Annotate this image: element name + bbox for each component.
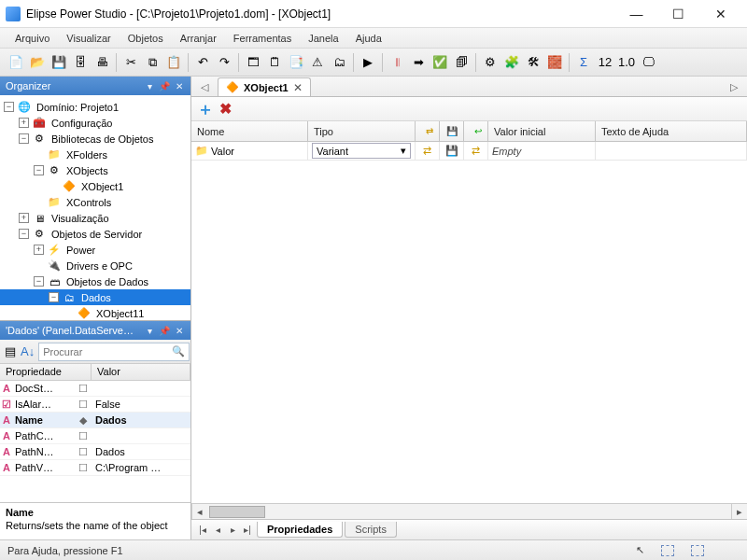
- export-icon[interactable]: ➡: [408, 52, 429, 73]
- save-icon[interactable]: 💾: [49, 52, 69, 73]
- categorize-icon[interactable]: ▤: [4, 342, 17, 362]
- cell-save[interactable]: 💾: [440, 142, 464, 160]
- properties-grid[interactable]: Propriedade Valor ADocSt…☐☑IsAlar…☐False…: [0, 364, 190, 502]
- horizontal-scrollbar[interactable]: ◂ ▸: [191, 503, 747, 519]
- stop-icon[interactable]: ⦀: [387, 52, 407, 73]
- menu-arquivo[interactable]: Arquivo: [7, 31, 57, 46]
- tree-config[interactable]: + 🧰 Configuração: [0, 115, 190, 131]
- collapse-icon[interactable]: −: [19, 229, 29, 239]
- property-link-icon[interactable]: ☐: [75, 383, 92, 395]
- property-row[interactable]: AName◆Dados: [0, 413, 190, 428]
- print-icon[interactable]: 🖶: [92, 52, 112, 73]
- tree-objdados[interactable]: − 🗃 Objetos de Dados: [0, 273, 190, 289]
- paste-icon[interactable]: 📋: [163, 52, 184, 73]
- menu-visualizar[interactable]: Visualizar: [59, 31, 119, 46]
- panel-close-icon[interactable]: ✕: [174, 326, 185, 336]
- menu-janela[interactable]: Janela: [301, 31, 345, 46]
- col-valor-inicial[interactable]: Valor inicial: [488, 121, 596, 141]
- nav-next-icon[interactable]: ▸: [225, 525, 240, 535]
- tool1-icon[interactable]: 🗔: [243, 52, 263, 73]
- scroll-thumb[interactable]: [209, 506, 265, 518]
- nav-prev-icon[interactable]: ◂: [210, 525, 225, 535]
- search-input[interactable]: [43, 346, 172, 357]
- cut-icon[interactable]: ✂: [120, 52, 141, 73]
- tool4-icon[interactable]: 🗂: [329, 52, 349, 73]
- property-link-icon[interactable]: ◆: [75, 414, 92, 427]
- col-link2[interactable]: ↩: [464, 121, 488, 141]
- search-icon[interactable]: 🔍: [172, 345, 185, 357]
- tool8-icon[interactable]: 🧱: [544, 52, 565, 73]
- number-icon[interactable]: 12: [595, 52, 615, 73]
- col-link1[interactable]: ⇄: [416, 121, 440, 141]
- tab-propriedades[interactable]: Propriedades: [257, 522, 343, 538]
- tab-scripts[interactable]: Scripts: [345, 522, 397, 538]
- nav-first-icon[interactable]: |◂: [195, 525, 210, 535]
- cell-link1[interactable]: ⇄: [416, 142, 440, 160]
- tree-xcontrols[interactable]: 📁 XControls: [0, 194, 190, 210]
- organizer-tree[interactable]: − 🌐 Domínio: Projeto1 + 🧰 Configuração −…: [0, 95, 190, 320]
- scroll-track[interactable]: [207, 504, 731, 519]
- panel-menu-icon[interactable]: ▾: [144, 81, 155, 91]
- panel-pin-icon[interactable]: 📌: [159, 326, 170, 336]
- redo-icon[interactable]: ↷: [214, 52, 234, 73]
- tree-xobject11[interactable]: 🔶 XObject11: [0, 305, 190, 320]
- menu-ajuda[interactable]: Ajuda: [348, 31, 389, 46]
- tree-objserv[interactable]: − ⚙ Objetos de Servidor: [0, 226, 190, 242]
- col-propriedade[interactable]: Propriedade: [0, 364, 92, 380]
- tree-xobjects[interactable]: − ⚙ XObjects: [0, 162, 190, 178]
- save-all-icon[interactable]: 🗄: [70, 52, 91, 73]
- tab-xobject1[interactable]: 🔶 XObject1 ✕: [218, 77, 311, 96]
- property-row[interactable]: ☑IsAlar…☐False: [0, 397, 190, 413]
- tree-dados[interactable]: − 🗂 Dados: [0, 289, 190, 305]
- property-link-icon[interactable]: ☐: [75, 462, 92, 474]
- tree-xfolders[interactable]: 📁 XFolders: [0, 147, 190, 162]
- cell-nome[interactable]: 📁 Valor: [191, 142, 308, 160]
- maximize-button[interactable]: ☐: [657, 0, 699, 28]
- col-valor[interactable]: Valor: [92, 364, 190, 380]
- tab-prev-icon[interactable]: ◁: [197, 81, 212, 96]
- tree-bibobj[interactable]: − ⚙ Bibliotecas de Objetos: [0, 131, 190, 147]
- cell-valor-inicial[interactable]: Empty: [488, 142, 596, 160]
- run-icon[interactable]: ▶: [358, 52, 378, 73]
- property-row[interactable]: ADocSt…☐: [0, 381, 190, 397]
- undo-icon[interactable]: ↶: [192, 52, 213, 73]
- panel-close-icon[interactable]: ✕: [174, 81, 185, 91]
- cell-texto-ajuda[interactable]: [596, 142, 747, 160]
- new-icon[interactable]: 📄: [6, 52, 26, 73]
- property-row[interactable]: APathN…☐Dados: [0, 444, 190, 460]
- open-icon[interactable]: 📂: [27, 52, 48, 73]
- col-nome[interactable]: Nome: [191, 121, 308, 141]
- sigma-icon[interactable]: Σ: [573, 52, 594, 73]
- menu-ferramentas[interactable]: Ferramentas: [226, 31, 299, 46]
- expand-icon[interactable]: +: [19, 213, 29, 223]
- col-texto-ajuda[interactable]: Texto de Ajuda: [596, 121, 747, 141]
- cell-tipo[interactable]: Variant▾: [308, 142, 416, 160]
- col-save[interactable]: 💾: [440, 121, 464, 141]
- tab-close-icon[interactable]: ✕: [293, 81, 303, 94]
- menu-arranjar[interactable]: Arranjar: [173, 31, 224, 46]
- nav-last-icon[interactable]: ▸|: [240, 525, 255, 535]
- cell-link2[interactable]: ⇄: [464, 142, 488, 160]
- collapse-icon[interactable]: −: [34, 276, 44, 287]
- add-button[interactable]: ＋: [197, 98, 214, 120]
- tool2-icon[interactable]: 🗒: [264, 52, 285, 73]
- scroll-right-icon[interactable]: ▸: [731, 504, 747, 519]
- scroll-left-icon[interactable]: ◂: [191, 504, 207, 519]
- tab-next-icon[interactable]: ▷: [726, 81, 741, 96]
- properties-search[interactable]: 🔍: [38, 343, 190, 361]
- property-link-icon[interactable]: ☐: [75, 430, 92, 442]
- screen-icon[interactable]: 🖵: [638, 52, 658, 73]
- tool6-icon[interactable]: 🧩: [501, 52, 522, 73]
- grid-body[interactable]: 📁 Valor Variant▾ ⇄ 💾 ⇄ Empty: [191, 142, 747, 503]
- check-icon[interactable]: ✅: [430, 52, 450, 73]
- tree-power[interactable]: + ⚡ Power: [0, 242, 190, 258]
- close-button[interactable]: ✕: [699, 0, 741, 28]
- property-row[interactable]: APathC…☐: [0, 428, 190, 444]
- collapse-icon[interactable]: −: [49, 292, 59, 302]
- col-tipo[interactable]: Tipo: [308, 121, 416, 141]
- property-link-icon[interactable]: ☐: [75, 399, 92, 411]
- minimize-button[interactable]: —: [615, 0, 657, 28]
- gear-icon[interactable]: ⚙: [480, 52, 500, 73]
- sort-icon[interactable]: A↓: [20, 342, 35, 362]
- warning-icon[interactable]: ⚠: [307, 52, 328, 73]
